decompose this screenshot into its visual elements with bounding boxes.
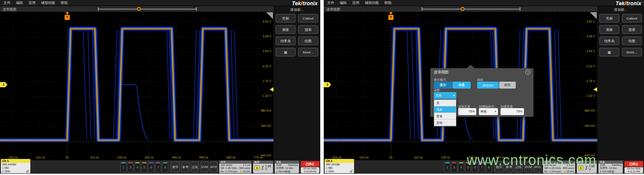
trigger-position-marker[interactable]: T — [65, 15, 70, 20]
stop-button[interactable]: 已停止 — [624, 161, 643, 167]
position-diamond-icon: ◆ — [240, 170, 242, 173]
menu-help[interactable]: 帮助 — [61, 0, 68, 5]
horizontal-badge[interactable]: 水平 110 ns/div1.1 μs SR: 1.25 GS/s800 ps/… — [543, 161, 575, 173]
persistence-option-infinite[interactable]: 无穷 — [434, 106, 456, 113]
search-button[interactable]: 搜索 — [298, 25, 318, 34]
plot-button[interactable]: 绘图 — [622, 36, 642, 45]
help-icon[interactable]: ? — [525, 69, 530, 75]
channel1-badge[interactable]: Ch 1 440 mV/div 1 MΩ 1 GHz — [1, 159, 30, 173]
waveform-view-tab[interactable]: 波形视图 — [3, 7, 16, 12]
menu-utility[interactable]: 辅助功能 — [365, 0, 379, 5]
digital-button[interactable]: 数字 — [171, 162, 180, 172]
linear-interpolation-button[interactable]: 线性 — [499, 82, 516, 89]
measure-button[interactable]: 测量 — [276, 25, 296, 34]
horizontal-position-slider[interactable] — [423, 9, 520, 10]
channel-4-button[interactable]: 4 — [458, 162, 464, 172]
voltage-label: 1.76 V — [263, 79, 271, 83]
ref-button[interactable]: 参考 — [505, 162, 513, 172]
trigger-level-arrow[interactable] — [593, 87, 597, 92]
voltage-label: 440 mV — [261, 124, 271, 127]
callout-button[interactable]: Callout — [622, 14, 642, 23]
cursor-button[interactable]: 光标 — [276, 14, 296, 23]
persistence-option-auto[interactable]: 自动 — [434, 119, 456, 126]
channel-3-button[interactable]: 3 — [127, 162, 133, 172]
channel-3-button[interactable]: 3 — [451, 162, 457, 172]
menu-utility[interactable]: 辅助功能 — [41, 0, 55, 5]
menu-help[interactable]: 帮助 — [384, 0, 391, 5]
horizontal-position-slider[interactable] — [99, 9, 196, 10]
channel-2-button[interactable]: 2 — [444, 162, 450, 172]
channel-7-button[interactable]: 7 — [155, 162, 161, 172]
persistence-trace — [0, 29, 273, 140]
trigger-badge[interactable]: 触发 1 1.65 V — [577, 161, 597, 173]
channel-6-button[interactable]: 6 — [472, 162, 478, 172]
persistence-option-off[interactable]: 关 — [434, 100, 456, 106]
results-table-button[interactable]: 结果表 — [276, 36, 296, 45]
menu-file[interactable]: 文件 — [3, 0, 10, 5]
channel-8-button[interactable]: 8 — [486, 162, 492, 172]
persistence-dropdown[interactable]: 无穷▾ — [434, 92, 456, 99]
acquisition-badge[interactable]: 采集 自动FastAcq 分辨率: 12 bits 1.754 M采集 — [275, 161, 299, 173]
histogram-icon-button[interactable]: ▦ — [276, 48, 296, 56]
menu-edit[interactable]: 编辑 — [16, 0, 23, 5]
trigger-level-arrow[interactable] — [270, 87, 273, 92]
page-root: 文件 编辑 应用 辅助功能 帮助 Tektronix 波形视图 — [0, 0, 644, 175]
channel-6-button[interactable]: 6 — [148, 162, 154, 172]
channel-4-button[interactable]: 4 — [134, 162, 140, 172]
bus-button[interactable]: 总线 — [191, 162, 199, 172]
menu-edit[interactable]: 编辑 — [340, 0, 347, 5]
overlay-mode-button[interactable]: 叠加 — [434, 82, 452, 89]
zoom-handle-icon[interactable] — [266, 12, 273, 19]
slider-knob[interactable] — [461, 7, 465, 11]
menu-applications[interactable]: 应用 — [29, 0, 36, 5]
afg-button[interactable]: AFG — [533, 162, 541, 172]
clock-date: 03 Jun 2020 — [301, 167, 319, 170]
menu-applications[interactable]: 应用 — [352, 0, 359, 5]
callout-button[interactable]: Callout — [298, 14, 318, 23]
channel1-badge[interactable]: Ch 1 440 mV/div 1 MΩ 1 GHz — [325, 159, 354, 173]
waveform-view-dialog: 波形视图 ? 显示模式 叠加 堆叠 插值 Sin(x)/x 线性 余辉 无穷▾ … — [430, 68, 533, 117]
plot-button[interactable]: 绘图 — [298, 36, 318, 45]
waveform-plot[interactable]: 3.52 V 3.08 V 2.64 V 2.20 V 1.76 V 1.32 … — [0, 12, 273, 160]
waveform-view-tab[interactable]: 波形视图 — [326, 7, 340, 12]
bus-button[interactable]: 总线 — [514, 162, 523, 172]
channel-8-button[interactable]: 8 — [162, 162, 168, 172]
sinx-interpolation-button[interactable]: Sin(x)/x — [477, 82, 499, 89]
results-sidebar: 添加新... 光标 Callout 测量 搜索 结果表 绘图 ▦ More... — [273, 6, 320, 160]
voltage-label: 1.32 V — [586, 94, 595, 97]
view-tab-strip: 波形视图 — [324, 6, 597, 12]
cursor-button[interactable]: 光标 — [599, 14, 619, 23]
time-label: 660 ns — [222, 156, 240, 159]
channel-5-button[interactable]: 5 — [465, 162, 471, 172]
measure-button[interactable]: 测量 — [599, 25, 619, 34]
channel-5-button[interactable]: 5 — [141, 162, 147, 172]
digital-button[interactable]: 数字 — [494, 162, 504, 172]
slider-knob[interactable] — [137, 7, 141, 11]
graticule-style-dropdown[interactable]: 网格▾ — [479, 108, 498, 115]
results-table-button[interactable]: 结果表 — [599, 36, 619, 45]
waveform-intensity-field[interactable]: 75% — [458, 108, 476, 115]
horizontal-badge[interactable]: 水平 110 ns/div1.1 μs SR: 1.25 GS/s800 ps/… — [219, 161, 251, 173]
time-label: 110 ns — [86, 156, 103, 159]
histogram-icon-button[interactable]: ▦ — [599, 48, 619, 56]
dvm-button[interactable]: DVM — [524, 162, 532, 172]
dvm-button[interactable]: DVM — [201, 162, 208, 172]
trigger-badge[interactable]: 触发 1 1.65 V — [253, 161, 273, 173]
stop-button[interactable]: 已停止 — [301, 161, 319, 167]
graticule-intensity-field[interactable]: 75% — [501, 108, 524, 115]
ref-button[interactable]: 参考 — [181, 162, 189, 172]
zoom-handle-icon[interactable] — [590, 12, 597, 19]
persistence-option-variable[interactable]: 变量 — [434, 113, 456, 119]
channel-7-button[interactable]: 7 — [479, 162, 485, 172]
search-button[interactable]: 搜索 — [622, 25, 642, 34]
acquisition-badge[interactable]: 采集 自动FastAcq 分辨率: 12 bits 1.754 M采集 — [598, 161, 623, 173]
voltage-label: 440 mV — [585, 124, 595, 127]
trigger-position-marker[interactable]: T — [388, 15, 394, 20]
more-button[interactable]: More... — [298, 48, 318, 56]
afg-button[interactable]: AFG — [210, 162, 218, 172]
channel-2-button[interactable]: 2 — [120, 162, 127, 172]
menu-file[interactable]: 文件 — [327, 0, 334, 5]
probe-icon — [350, 169, 353, 173]
stacked-mode-button[interactable]: 堆叠 — [452, 82, 471, 89]
more-button[interactable]: More... — [622, 48, 642, 56]
